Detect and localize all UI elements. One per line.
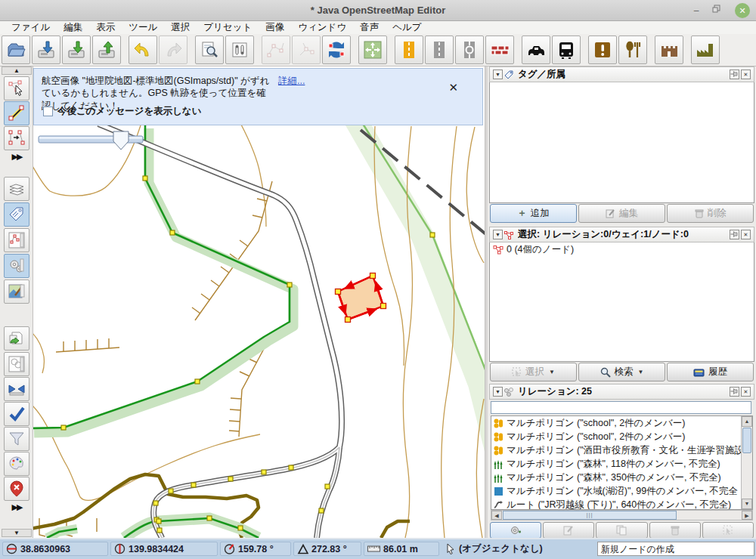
relation-row[interactable]: ルート ("JR羽越線 (下り)", 640件のメンバー, 不完全)	[491, 498, 741, 510]
relation-hscrollbar[interactable]: ◀ ||| ▶	[491, 510, 753, 520]
castle-button[interactable]	[655, 36, 683, 64]
factory-button[interactable]	[691, 36, 720, 64]
open-button[interactable]	[2, 36, 30, 64]
scroll-down-arrow[interactable]: ▼	[742, 499, 752, 509]
upload-button[interactable]	[92, 36, 121, 64]
relation-row[interactable]: マルチポリゴン ("森林", 118件のメンバー, 不完全)	[491, 457, 741, 471]
rail-scroll-up[interactable]: ▲	[2, 66, 32, 75]
paint-styles-dialog-button[interactable]	[4, 452, 29, 476]
scroll-up-arrow[interactable]: ▲	[742, 416, 752, 427]
zoom-slider-thumb[interactable]	[113, 131, 129, 150]
validation-dialog-button[interactable]	[4, 402, 29, 426]
relation-row[interactable]: マルチポリゴン ("school", 2件のメンバー)	[491, 430, 741, 443]
selection-history-button[interactable]: 履歴	[667, 363, 754, 381]
restore-button[interactable]	[712, 5, 726, 18]
selection-panel-pin-icon[interactable]	[730, 230, 739, 239]
wall-button[interactable]	[485, 36, 514, 64]
heading-icon	[224, 543, 235, 554]
tags-panel-close-icon[interactable]: ✕	[741, 69, 751, 79]
add-tag-button[interactable]: ＋追加	[490, 204, 577, 223]
menu-view[interactable]: 表示	[89, 21, 122, 34]
menu-imagery[interactable]: 画像	[259, 21, 291, 34]
select-tool-button[interactable]	[4, 76, 29, 100]
update-data-button[interactable]	[322, 36, 351, 64]
bus-stop-button[interactable]	[552, 36, 581, 64]
selection-panel-title: 選択: リレーション:0/ウェイ:1/ノード:0	[518, 228, 729, 241]
banner-close-icon[interactable]: ✕	[448, 81, 458, 94]
changeset-manager-button[interactable]	[4, 326, 29, 351]
minimize-button[interactable]: –	[689, 5, 703, 18]
save-button[interactable]	[32, 36, 60, 64]
selected-way-polygon[interactable]	[338, 276, 383, 320]
undo-button[interactable]	[129, 36, 157, 64]
tags-dialog-button[interactable]	[4, 202, 29, 227]
status-bar: 38.8630963 139.9834424 159.78 ° 272.83 °…	[0, 538, 756, 559]
factory-icon	[696, 40, 715, 60]
restore-icon	[712, 5, 720, 13]
changeset-dialog-button[interactable]	[4, 254, 29, 278]
layers-dialog-button[interactable]	[4, 177, 29, 201]
restaurant-button[interactable]	[618, 36, 647, 64]
relation-row[interactable]: マルチポリゴン ("森林", 350件のメンバー, 不完全)	[491, 471, 741, 484]
search-presets-button[interactable]	[195, 36, 224, 64]
filter-dialog-button[interactable]	[4, 427, 29, 451]
menu-help[interactable]: ヘルプ	[386, 21, 428, 34]
highway-primary-button[interactable]	[395, 36, 423, 64]
relation-dialog-button[interactable]	[4, 228, 29, 252]
relation-row[interactable]: マルチポリゴン ("酒田市役所教育・文化・生涯学習施設	[491, 443, 741, 457]
relation-list[interactable]: マルチポリゴン ("school", 2件のメンバー) マルチポリゴン ("sc…	[491, 415, 753, 510]
menu-windows[interactable]: ウィンドウ	[291, 21, 353, 34]
menu-presets[interactable]: プリセット	[197, 21, 259, 34]
selection-panel-close-icon[interactable]: ✕	[741, 230, 751, 239]
relations-panel-close-icon[interactable]: ✕	[741, 387, 751, 397]
hazard-button[interactable]	[588, 36, 617, 64]
dropdown-caret-icon[interactable]: ▼	[549, 369, 555, 375]
draw-node-tool-button[interactable]	[4, 101, 29, 125]
banner-details-link[interactable]: 詳細...	[278, 75, 305, 88]
close-button[interactable]: ✕	[735, 3, 750, 18]
boundary-way[interactable]	[33, 124, 290, 428]
banner-dismiss-checkbox[interactable]	[43, 107, 53, 116]
roundabout-button[interactable]	[455, 36, 484, 64]
relation-vscrollbar[interactable]: ▲ ▼	[741, 416, 752, 509]
zoom-slider[interactable]	[38, 130, 145, 150]
scroll-right-arrow[interactable]: ▶	[742, 511, 752, 520]
menu-audio[interactable]: 音声	[353, 21, 386, 34]
selection-panel-menu-button[interactable]: ▼	[493, 230, 503, 239]
menu-file[interactable]: ファイル	[5, 21, 57, 34]
relation-row[interactable]: マルチポリゴン ("水域(湖沼)", 99件のメンバー, 不完全	[491, 484, 741, 498]
more-tools-button[interactable]: ▶▶	[4, 150, 29, 163]
car-parking-button[interactable]	[522, 36, 550, 64]
delete-tag-button: 削除	[667, 204, 754, 223]
notes-dialog-button[interactable]	[4, 477, 29, 501]
menu-tools[interactable]: ツール	[122, 21, 164, 34]
relation-row[interactable]: マルチポリゴン ("school", 2件のメンバー)	[491, 416, 741, 430]
menu-edit[interactable]: 編集	[57, 21, 89, 34]
tags-table[interactable]	[489, 82, 754, 203]
zoom-to-data-button[interactable]	[358, 36, 387, 64]
vscroll-thumb[interactable]	[742, 428, 751, 453]
relation-filter-input[interactable]	[491, 401, 751, 414]
more-dialogs-button[interactable]: ▶▶	[4, 500, 29, 514]
map-canvas[interactable]: 航空画像 "地理院地図-標準地図(GSImaps/std)" がずれているかもし…	[33, 66, 485, 538]
dropdown-caret-icon[interactable]: ▼	[638, 369, 644, 375]
selection-list-item[interactable]: 0 (4個のノード)	[490, 242, 754, 256]
download-button[interactable]	[62, 36, 91, 64]
selection-search-button[interactable]: 検索▼	[578, 363, 665, 381]
new-relation-button[interactable]	[490, 522, 541, 539]
menu-selection[interactable]: 選択	[164, 21, 197, 34]
map-style-dialog-button[interactable]	[4, 280, 29, 304]
improve-way-tool-button[interactable]	[4, 126, 29, 150]
tags-panel-pin-icon[interactable]	[730, 69, 739, 79]
relations-panel-menu-button[interactable]: ▼	[493, 387, 503, 397]
selection-list-dialog-button[interactable]	[4, 352, 29, 376]
toggle-dialogs-button[interactable]	[225, 36, 254, 64]
highway-unclassified-button[interactable]	[425, 36, 454, 64]
scroll-left-arrow[interactable]: ◀	[491, 511, 502, 520]
rail-scroll-down[interactable]: ▼	[2, 529, 32, 537]
conflict-dialog-button[interactable]	[4, 377, 29, 401]
hscroll-thumb[interactable]: |||	[503, 511, 677, 520]
selection-list[interactable]: 0 (4個のノード)	[489, 242, 754, 362]
tags-panel-menu-button[interactable]: ▼	[493, 69, 503, 79]
relations-panel-pin-icon[interactable]	[730, 387, 739, 397]
